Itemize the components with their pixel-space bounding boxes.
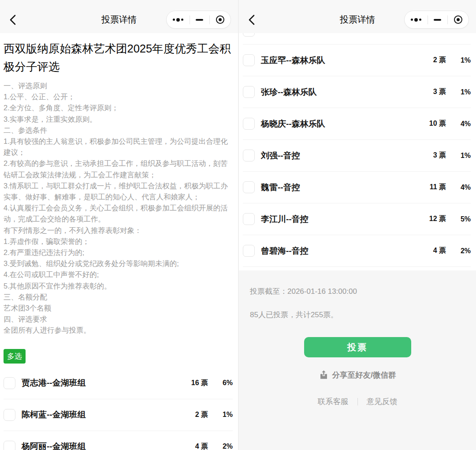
option-checkbox[interactable] (243, 213, 255, 225)
description-line: 1.公平、公正、公开； (4, 91, 234, 102)
option-votes: 2 票 (420, 56, 446, 65)
share-arrow-box-icon (319, 370, 328, 380)
description-line: 二、参选条件 (4, 125, 234, 136)
navbar: 投票详情 (239, 0, 476, 33)
option-name: 玉应罕--森林乐队 (255, 55, 420, 66)
vote-option-row[interactable]: 杨晓庆--森林乐队 10 票 4% (243, 108, 471, 140)
ellipsis-dots-icon (411, 19, 413, 21)
option-checkbox[interactable] (243, 118, 255, 130)
description-line: 4.在公司或职工中声誉不好的; (4, 269, 234, 280)
vote-option-row[interactable]: 李江川--音控 12 票 5% (243, 203, 471, 235)
back-button[interactable] (247, 13, 260, 27)
option-name: 曾碧海--音控 (255, 245, 420, 257)
minimize-button[interactable] (196, 19, 203, 21)
description-line: 2.有严重违纪违法行为的; (4, 247, 234, 258)
minus-icon (196, 19, 203, 21)
capsule-divider (209, 15, 210, 24)
minimize-button[interactable] (434, 19, 441, 21)
option-checkbox[interactable] (243, 54, 255, 66)
chevron-left-icon (8, 13, 18, 26)
capsule-divider (447, 15, 448, 24)
footer-divider (357, 398, 358, 405)
vote-option-row[interactable]: 玉应罕--森林乐队 2 票 1% (243, 45, 471, 76)
poll-description: 一、评选原则 1.公平、公正、公开； 2.全方位、多角度、定性考评原则； 3.实… (4, 80, 234, 336)
option-name: 杨晓庆--森林乐队 (255, 118, 420, 130)
exit-button[interactable] (216, 15, 224, 24)
ellipsis-dots-icon (419, 19, 421, 21)
option-checkbox[interactable] (4, 409, 15, 421)
option-votes: 16 票 (182, 379, 208, 388)
capsule-divider (428, 15, 428, 24)
description-line: 4.认真履行工会会员义务，关心工会组织，积极参加工会组织开展的活动，完成工会交给… (4, 202, 234, 225)
minus-icon (434, 19, 441, 21)
option-checkbox[interactable] (243, 150, 255, 161)
description-line: 四、评选要求 (4, 314, 234, 325)
vote-option-row[interactable]: 曾碧海--音控 4 票 2% (243, 235, 471, 267)
target-circle-icon (216, 15, 224, 24)
option-checkbox[interactable] (4, 441, 15, 450)
description-line: 有下列情形之一的，不列入推荐表彰对象： (4, 225, 234, 236)
multi-select-badge: 多选 (4, 349, 26, 364)
back-button[interactable] (8, 13, 21, 27)
vote-button[interactable]: 投票 (304, 337, 411, 357)
more-menu-button[interactable] (411, 18, 421, 22)
description-line: 3.实事求是，注重实效原则。 (4, 114, 234, 125)
description-line: 1.弄虚作假，骗取荣誉的； (4, 236, 234, 247)
more-menu-button[interactable] (173, 18, 183, 22)
footer-links: 联系客服 意见反馈 (239, 396, 476, 407)
navbar: 投票详情 (0, 0, 238, 33)
option-name: 刘强--音控 (255, 150, 420, 161)
poll-detail-content: 西双版纳原始森林艺术团2025年度优秀工会积极分子评选 一、评选原则 1.公平、… (0, 33, 238, 450)
clipped-option-row[interactable] (243, 33, 471, 45)
description-line: 3.情系职工，与职工群众打成一片，维护职工合法权益，积极为职工办实事、做好事、解… (4, 180, 234, 202)
vote-deadline: 投票截至：2026-01-16 13:00:00 (250, 286, 476, 296)
description-line: 艺术团3个名额 (4, 303, 234, 314)
wechat-capsule (404, 11, 469, 29)
contact-support-link[interactable]: 联系客服 (318, 396, 349, 407)
vote-option-list: 玉应罕--森林乐队 2 票 1% 张珍--森林乐队 3 票 1% 杨晓庆--森林 (243, 45, 471, 267)
option-checkbox[interactable] (243, 181, 255, 193)
option-percent: 5% (446, 215, 471, 223)
option-percent: 1% (446, 56, 471, 64)
option-name: 张珍--森林乐队 (255, 86, 420, 98)
vote-option-list: 贾志港--金湖班组 16 票 6% 陈柯蓝--金湖班组 2 票 1% 杨阿丽--… (4, 368, 234, 450)
option-percent: 1% (446, 88, 471, 96)
option-votes: 3 票 (420, 151, 446, 160)
option-percent: 4% (446, 120, 471, 128)
vote-option-list-block: 玉应罕--森林乐队 2 票 1% 张珍--森林乐队 3 票 1% 杨晓庆--森林 (239, 33, 476, 270)
vote-option-row[interactable]: 刘强--音控 3 票 1% (243, 140, 471, 172)
description-line: 1.具有较强的主人翁意识，积极参加公司民主管理，为公司提出合理化建议； (4, 136, 234, 158)
feedback-link[interactable]: 意见反馈 (367, 396, 398, 407)
option-votes: 12 票 (420, 214, 446, 224)
option-name: 陈柯蓝--金湖班组 (15, 409, 182, 420)
chevron-left-icon (247, 13, 257, 26)
option-checkbox[interactable] (243, 245, 255, 257)
vote-option-row[interactable]: 陈柯蓝--金湖班组 2 票 1% (4, 399, 233, 431)
target-circle-dot (219, 18, 222, 21)
capsule-divider (190, 15, 190, 24)
share-label: 分享至好友/微信群 (332, 370, 396, 380)
description-line: 3.受到诫勉、组织处分或党纪政务处分等影响期未满的; (4, 258, 234, 269)
exit-button[interactable] (454, 15, 462, 24)
option-votes: 3 票 (420, 87, 446, 97)
option-checkbox[interactable] (4, 377, 15, 389)
poll-title: 西双版纳原始森林艺术团2025年度优秀工会积极分子评选 (4, 40, 234, 76)
option-votes: 11 票 (420, 183, 446, 192)
vote-option-row[interactable]: 贾志港--金湖班组 16 票 6% (4, 368, 233, 399)
wechat-capsule (166, 11, 231, 29)
option-checkbox[interactable] (243, 33, 255, 37)
target-circle-dot (457, 18, 460, 21)
poll-vote-content: 玉应罕--森林乐队 2 票 1% 张珍--森林乐队 3 票 1% 杨晓庆--森林 (239, 33, 476, 450)
option-checkbox[interactable] (243, 86, 255, 98)
option-votes: 4 票 (182, 442, 208, 450)
option-percent: 1% (446, 152, 471, 160)
option-name: 魏雷--音控 (255, 182, 420, 193)
vote-option-row[interactable]: 魏雷--音控 11 票 4% (243, 172, 471, 203)
vote-option-row[interactable]: 张珍--森林乐队 3 票 1% (243, 76, 471, 108)
share-button[interactable]: 分享至好友/微信群 (239, 370, 476, 380)
ellipsis-dots-icon (176, 18, 180, 22)
description-line: 全团所有人进行参与投票。 (4, 325, 234, 336)
option-votes: 10 票 (420, 119, 446, 128)
description-line: 2.有较高的参与意识，主动承担工会工作，组织及参与职工活动，刻苦钻研工会政策法律… (4, 158, 234, 180)
vote-option-row[interactable]: 杨阿丽--金湖班组 4 票 2% (4, 431, 233, 450)
